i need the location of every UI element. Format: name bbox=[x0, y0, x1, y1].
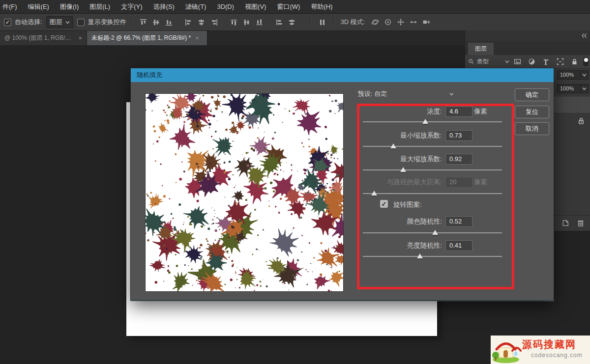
smart-object-filter-icon[interactable] bbox=[570, 58, 578, 66]
menu-item-10[interactable]: 窗口(W) bbox=[271, 2, 305, 11]
auto-select-checkbox[interactable]: ✓ bbox=[4, 19, 11, 26]
menu-bar: 件(F)编辑(E)图像(I)图层(L)文字(Y)选择(S)滤镜(T)3D(D)视… bbox=[0, 0, 590, 14]
field-label: 最小缩放系数: bbox=[339, 131, 442, 140]
3d-camera-icon[interactable] bbox=[421, 17, 432, 28]
document-tab-1[interactable]: @ 100% (图层 1, RGB/8#) * × bbox=[0, 31, 87, 45]
field-value-input[interactable]: 20 bbox=[445, 177, 472, 188]
align-horizontal-centers-icon[interactable] bbox=[196, 17, 207, 28]
distribute-vertical-centers-icon[interactable] bbox=[241, 17, 252, 28]
auto-select-target-dropdown[interactable]: 图层 bbox=[46, 16, 73, 28]
rotate-pattern-label: 旋转图案: bbox=[393, 200, 422, 209]
document-tab-2[interactable]: 未标题-2 @ 66.7% (图层 1, RGB/8#) * × bbox=[87, 31, 207, 45]
3d-mode-label: 3D 模式: bbox=[341, 18, 365, 27]
slider-thumb[interactable] bbox=[390, 143, 396, 148]
auto-select-label: 自动选择: bbox=[15, 18, 42, 27]
show-transform-label: 显示变换控件 bbox=[88, 18, 126, 27]
check-icon: ✓ bbox=[5, 20, 10, 25]
ok-button[interactable]: 确定 bbox=[515, 88, 549, 101]
distribute-bottom-icon[interactable] bbox=[254, 17, 265, 28]
slider-track[interactable] bbox=[363, 169, 502, 170]
chevron-down-icon bbox=[581, 84, 589, 93]
3d-orbit-icon[interactable] bbox=[370, 17, 381, 28]
watermark-house-icon bbox=[492, 337, 522, 364]
3d-roll-icon[interactable] bbox=[383, 17, 393, 28]
close-tab-icon[interactable]: × bbox=[195, 34, 199, 42]
slider-thumb[interactable] bbox=[400, 167, 406, 172]
watermark-title: 源码搜藏网 bbox=[522, 338, 576, 351]
slider-track[interactable] bbox=[363, 193, 502, 194]
close-tab-icon[interactable]: × bbox=[78, 34, 82, 42]
slider-track[interactable] bbox=[363, 256, 502, 257]
align-right-edges-icon[interactable] bbox=[209, 17, 220, 28]
chevron-down-icon bbox=[581, 70, 589, 80]
menu-item-11[interactable]: 帮助(H) bbox=[305, 2, 338, 11]
document-tab-1-title: @ 100% (图层 1, RGB/8#) * bbox=[4, 34, 74, 42]
lock-icon[interactable] bbox=[577, 117, 585, 125]
menu-item-5[interactable]: 文字(Y) bbox=[116, 2, 148, 11]
layer-filter-type-value: 类型 bbox=[477, 57, 502, 66]
align-bottom-edges-icon[interactable] bbox=[164, 17, 175, 28]
menu-item-7[interactable]: 滤镜(T) bbox=[180, 2, 212, 11]
dialog-title-bar[interactable]: 随机填充 bbox=[131, 68, 554, 82]
layer-opacity-dropdown[interactable]: 100% bbox=[557, 70, 589, 80]
options-bar: ✓ 自动选择: 图层 显示变换控件 3D 模式: bbox=[0, 14, 590, 31]
separator bbox=[131, 17, 132, 28]
field-value-input[interactable]: 0.52 bbox=[445, 216, 472, 227]
menu-item-9[interactable]: 视图(V) bbox=[239, 2, 271, 11]
collapse-panel-icon[interactable] bbox=[581, 32, 588, 39]
splatter-preview-image bbox=[146, 94, 343, 291]
field-label: 颜色随机性: bbox=[339, 217, 442, 226]
menu-item-3[interactable]: 图像(I) bbox=[55, 2, 84, 11]
slider-thumb[interactable] bbox=[371, 191, 377, 196]
slider-track[interactable] bbox=[363, 121, 502, 122]
slider-thumb[interactable] bbox=[422, 119, 428, 124]
panel-header bbox=[465, 30, 590, 42]
field-value-input[interactable]: 4.6 bbox=[445, 106, 472, 117]
cancel-button[interactable]: 取消 bbox=[515, 122, 549, 135]
reset-button[interactable]: 复位 bbox=[515, 106, 549, 118]
menu-item-2[interactable]: 编辑(E) bbox=[23, 2, 55, 11]
random-fill-dialog: 随机填充 预设: 自定 确定 复位 取消 浓度:4.6像素最小缩放系数:0.73… bbox=[130, 68, 554, 301]
check-icon: ✓ bbox=[382, 200, 387, 208]
document-tab-2-title: 未标题-2 @ 66.7% (图层 1, RGB/8#) * bbox=[91, 34, 191, 42]
distribute-top-icon[interactable] bbox=[229, 17, 239, 28]
pixel-layer-filter-icon[interactable] bbox=[513, 58, 521, 66]
auto-select-target-value: 图层 bbox=[50, 18, 62, 27]
layer-filter-type-dropdown[interactable]: 类型 bbox=[468, 57, 509, 66]
menu-item-8[interactable]: 3D(D) bbox=[211, 3, 239, 10]
rotate-pattern-checkbox[interactable]: ✓ bbox=[380, 200, 388, 208]
distribute-left-icon[interactable] bbox=[274, 17, 285, 28]
toggle-dot bbox=[584, 58, 588, 62]
field-label: 亮度随机性: bbox=[339, 241, 442, 250]
shape-layer-filter-icon[interactable] bbox=[556, 58, 564, 66]
field-value-input[interactable]: 0.92 bbox=[445, 154, 472, 165]
field-label: 浓度: bbox=[339, 107, 442, 116]
layer-filter-toggle[interactable] bbox=[583, 57, 589, 66]
align-vertical-centers-icon[interactable] bbox=[151, 17, 162, 28]
layers-panel-tab[interactable]: 图层 bbox=[468, 43, 494, 55]
show-transform-checkbox[interactable] bbox=[77, 19, 85, 26]
distribute-horizontal-spacing-icon[interactable] bbox=[317, 17, 328, 28]
field-value-input[interactable]: 0.73 bbox=[445, 130, 472, 141]
chevron-down-icon bbox=[65, 21, 70, 24]
menu-item-6[interactable]: 选择(S) bbox=[148, 2, 179, 11]
slider-thumb[interactable] bbox=[432, 230, 438, 235]
align-top-edges-icon[interactable] bbox=[138, 17, 149, 28]
3d-slide-icon[interactable] bbox=[408, 17, 419, 28]
align-left-edges-icon[interactable] bbox=[183, 17, 194, 28]
layer-fill-dropdown[interactable]: 100% bbox=[557, 84, 589, 93]
slider-thumb[interactable] bbox=[417, 253, 423, 258]
adjustment-layer-filter-icon[interactable] bbox=[528, 58, 535, 66]
3d-pan-icon[interactable] bbox=[395, 17, 406, 28]
chevron-down-icon bbox=[449, 92, 454, 96]
field-value-input[interactable]: 0.41 bbox=[445, 240, 472, 251]
trash-icon[interactable] bbox=[576, 219, 585, 227]
preset-dropdown[interactable]: 预设: 自定 bbox=[358, 89, 454, 99]
slider-track[interactable] bbox=[363, 146, 502, 147]
menu-item-4[interactable]: 图层(L) bbox=[84, 2, 116, 11]
new-layer-icon[interactable] bbox=[561, 219, 569, 227]
type-layer-filter-icon[interactable] bbox=[542, 58, 550, 66]
distribute-horizontal-centers-icon[interactable] bbox=[287, 17, 297, 28]
search-icon bbox=[468, 58, 474, 65]
menu-item-1[interactable]: 件(F) bbox=[0, 2, 23, 11]
